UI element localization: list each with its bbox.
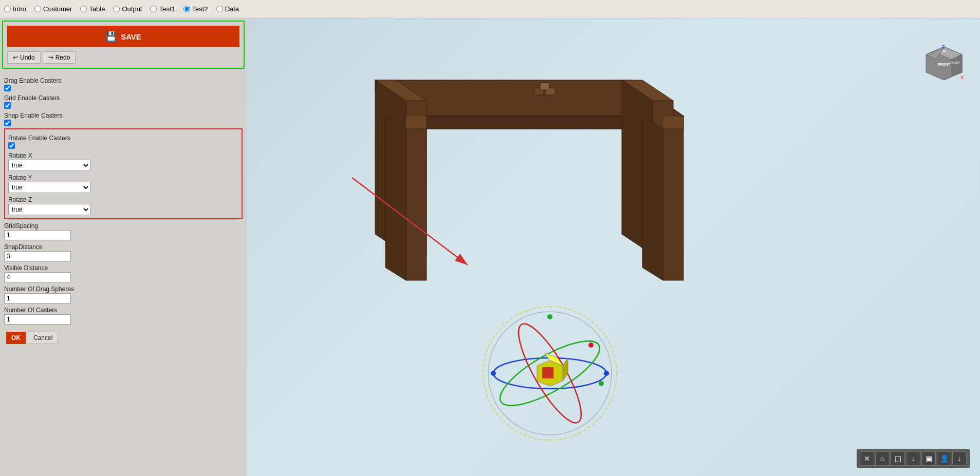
toolbar-btn-home[interactable]: ⌂ bbox=[875, 451, 890, 466]
nav-data-label: Data bbox=[225, 5, 239, 13]
nav-output-label: Output bbox=[122, 5, 142, 13]
grid-spacing-input[interactable] bbox=[4, 230, 71, 240]
visible-distance-label: Visible Distance bbox=[4, 264, 243, 272]
viewport[interactable]: FRONT RIGHT UP Z X bbox=[247, 18, 980, 476]
nav-test2[interactable]: Test2 bbox=[183, 5, 208, 13]
bottom-toolbar: ✕ ⌂ ◫ ↓ ▣ 👤 ↓ bbox=[857, 449, 970, 468]
toolbar-btn-grid[interactable]: ▣ bbox=[921, 451, 936, 466]
nav-cube[interactable]: FRONT RIGHT UP Z X bbox=[923, 44, 965, 85]
nav-test1-radio[interactable] bbox=[150, 6, 157, 12]
ok-button[interactable]: OK bbox=[6, 332, 26, 344]
cancel-button[interactable]: Cancel bbox=[28, 332, 58, 344]
svg-marker-19 bbox=[663, 129, 683, 280]
visible-distance-input[interactable] bbox=[4, 272, 71, 282]
redo-button[interactable]: ↪ Redo bbox=[43, 51, 76, 64]
rotate-z-row: true false bbox=[8, 204, 238, 215]
svg-point-33 bbox=[491, 371, 496, 376]
svg-marker-21 bbox=[406, 116, 427, 129]
drag-enable-checkbox[interactable] bbox=[4, 85, 11, 91]
nav-intro-label: Intro bbox=[13, 5, 26, 13]
nav-output-radio[interactable] bbox=[113, 6, 120, 12]
num-drag-spheres-input[interactable] bbox=[4, 293, 71, 303]
toolbar-btn-down1[interactable]: ↓ bbox=[906, 451, 920, 466]
nav-test2-radio[interactable] bbox=[183, 6, 190, 12]
num-drag-spheres-row bbox=[4, 293, 243, 303]
svg-text:X: X bbox=[960, 75, 964, 80]
snap-enable-row bbox=[4, 120, 243, 126]
svg-marker-18 bbox=[663, 116, 683, 129]
ok-cancel-row: OK Cancel bbox=[4, 330, 243, 346]
rotate-z-select[interactable]: true false bbox=[8, 204, 90, 215]
drag-enable-row bbox=[4, 85, 243, 91]
rotate-x-row: true false bbox=[8, 160, 238, 171]
rotate-section: Rotate Enable Casters Rotate X true fals… bbox=[4, 128, 243, 219]
rotate-z-label: Rotate Z bbox=[8, 196, 238, 203]
svg-rect-26 bbox=[540, 83, 549, 90]
nav-test1-label: Test1 bbox=[159, 5, 175, 13]
nav-test1[interactable]: Test1 bbox=[150, 5, 175, 13]
nav-intro[interactable]: Intro bbox=[4, 5, 26, 13]
nav-table-radio[interactable] bbox=[80, 6, 87, 12]
svg-text:Z: Z bbox=[942, 44, 945, 49]
nav-customer-label: Customer bbox=[43, 5, 72, 13]
svg-rect-40 bbox=[542, 367, 553, 378]
svg-text:FRONT: FRONT bbox=[938, 63, 951, 66]
nav-customer[interactable]: Customer bbox=[34, 5, 72, 13]
drag-enable-label: Drag Enable Casters bbox=[4, 77, 243, 84]
toolbar-btn-down2[interactable]: ↓ bbox=[952, 451, 967, 466]
grid-spacing-label: GridSpacing bbox=[4, 222, 243, 230]
undo-button[interactable]: ↩ Undo bbox=[7, 51, 41, 64]
rotate-enable-checkbox[interactable] bbox=[8, 142, 15, 149]
rotate-y-label: Rotate Y bbox=[8, 174, 238, 181]
nav-data-radio[interactable] bbox=[216, 6, 223, 12]
num-drag-spheres-label: Number Of Drag Spheres bbox=[4, 285, 243, 293]
snap-enable-checkbox[interactable] bbox=[4, 120, 11, 126]
num-casters-input[interactable] bbox=[4, 314, 71, 325]
snap-distance-label: SnapDistance bbox=[4, 243, 243, 251]
svg-text:UP: UP bbox=[942, 50, 946, 53]
snap-distance-row bbox=[4, 251, 243, 261]
save-area: 💾 SAVE ↩ Undo ↪ Redo bbox=[2, 21, 245, 69]
nav-test2-label: Test2 bbox=[192, 5, 208, 13]
num-casters-row bbox=[4, 314, 243, 325]
redo-icon: ↪ bbox=[48, 54, 53, 61]
rotate-y-row: true false bbox=[8, 182, 238, 193]
nav-intro-radio[interactable] bbox=[4, 6, 11, 12]
svg-point-36 bbox=[599, 381, 604, 386]
snap-distance-input[interactable] bbox=[4, 251, 71, 261]
grid-enable-checkbox[interactable] bbox=[4, 102, 11, 109]
save-icon: 💾 bbox=[105, 31, 117, 42]
undo-label: Undo bbox=[20, 54, 35, 61]
svg-marker-23 bbox=[385, 116, 406, 280]
visible-distance-row bbox=[4, 272, 243, 282]
nav-table[interactable]: Table bbox=[80, 5, 105, 13]
grid-spacing-row bbox=[4, 230, 243, 240]
nav-data[interactable]: Data bbox=[216, 5, 239, 13]
svg-point-35 bbox=[588, 342, 594, 348]
toolbar-btn-close[interactable]: ✕ bbox=[860, 451, 874, 466]
toolbar-btn-user[interactable]: 👤 bbox=[937, 451, 951, 466]
nav-output[interactable]: Output bbox=[113, 5, 142, 13]
nav-table-label: Table bbox=[89, 5, 105, 13]
num-casters-label: Number Of Casters bbox=[4, 307, 243, 314]
save-button[interactable]: 💾 SAVE bbox=[7, 26, 239, 47]
svg-point-34 bbox=[547, 314, 552, 319]
undo-redo-row: ↩ Undo ↪ Redo bbox=[7, 51, 239, 64]
undo-icon: ↩ bbox=[13, 54, 18, 61]
nav-customer-radio[interactable] bbox=[34, 6, 41, 12]
svg-marker-22 bbox=[406, 129, 427, 280]
snap-enable-label: Snap Enable Casters bbox=[4, 112, 243, 119]
svg-text:RIGHT: RIGHT bbox=[951, 61, 960, 64]
svg-point-32 bbox=[604, 371, 609, 376]
grid-enable-row bbox=[4, 102, 243, 109]
form-area: Drag Enable Casters Grid Enable Casters … bbox=[2, 73, 245, 474]
svg-marker-39 bbox=[563, 358, 568, 381]
rotate-x-select[interactable]: true false bbox=[8, 160, 90, 171]
left-panel: 💾 SAVE ↩ Undo ↪ Redo Drag Enable Casters bbox=[0, 18, 247, 476]
rotate-y-select[interactable]: true false bbox=[8, 182, 90, 193]
main-area: 💾 SAVE ↩ Undo ↪ Redo Drag Enable Casters bbox=[0, 18, 980, 476]
rotate-x-label: Rotate X bbox=[8, 152, 238, 159]
toolbar-btn-view[interactable]: ◫ bbox=[891, 451, 905, 466]
top-nav-bar: Intro Customer Table Output Test1 Test2 … bbox=[0, 0, 980, 18]
svg-marker-20 bbox=[642, 116, 663, 280]
